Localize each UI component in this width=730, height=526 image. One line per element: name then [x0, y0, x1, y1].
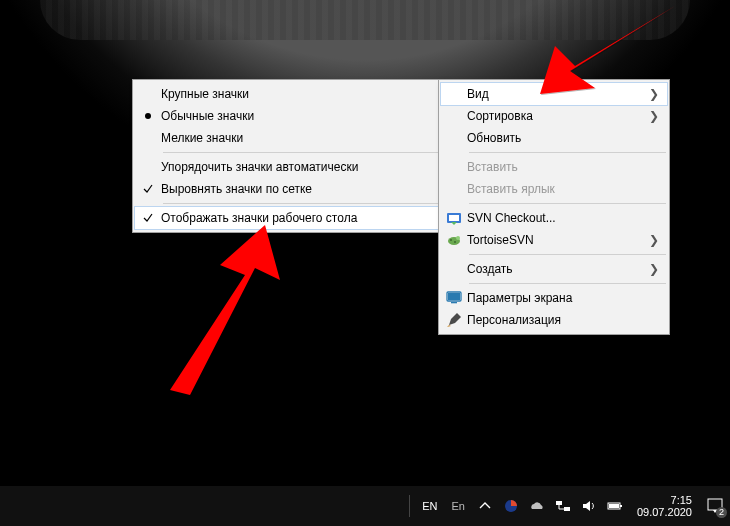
menu-label: Обычные значки: [161, 109, 433, 123]
menu-label: Сортировка: [467, 109, 649, 123]
menu-label: Мелкие значки: [161, 131, 433, 145]
tray-volume-icon[interactable]: [581, 498, 597, 514]
submenu-arrow-icon: ❯: [649, 87, 659, 101]
menu-item-personalize[interactable]: Персонализация: [441, 309, 667, 331]
icon-gutter: [441, 290, 467, 306]
annotation-arrow-bottom: [130, 220, 310, 400]
svg-rect-11: [564, 507, 570, 511]
svg-point-4: [450, 239, 452, 241]
menu-item-small-icons[interactable]: Мелкие значки: [135, 127, 441, 149]
menu-label: Персонализация: [467, 313, 659, 327]
svg-point-3: [456, 236, 460, 240]
svg-rect-13: [620, 505, 622, 507]
menu-item-paste[interactable]: Вставить: [441, 156, 667, 178]
notification-badge: 2: [716, 507, 727, 518]
menu-label: TortoiseSVN: [467, 233, 649, 247]
view-submenu: Крупные значки Обычные значки Мелкие зна…: [132, 79, 444, 233]
menu-separator: [163, 203, 440, 204]
clock-date: 09.07.2020: [637, 506, 692, 518]
taskbar[interactable]: EN En 7:15 09.07.2020 2: [0, 486, 730, 526]
submenu-arrow-icon: ❯: [649, 109, 659, 123]
menu-label: Вставить: [467, 160, 659, 174]
icon-gutter: [441, 232, 467, 248]
menu-item-medium-icons[interactable]: Обычные значки: [135, 105, 441, 127]
svg-rect-1: [449, 215, 459, 221]
menu-item-display-settings[interactable]: Параметры экрана: [441, 287, 667, 309]
menu-item-large-icons[interactable]: Крупные значки: [135, 83, 441, 105]
clock-time: 7:15: [671, 494, 692, 506]
menu-separator: [469, 254, 666, 255]
menu-label: SVN Checkout...: [467, 211, 659, 225]
bullet-icon: [145, 113, 151, 119]
check-icon: [143, 184, 153, 194]
taskbar-clock[interactable]: 7:15 09.07.2020: [633, 494, 696, 518]
icon-gutter: [441, 210, 467, 226]
menu-label: Вид: [467, 87, 649, 101]
svg-rect-7: [448, 293, 460, 300]
personalize-icon: [446, 312, 462, 328]
display-settings-icon: [446, 290, 462, 306]
tortoisesvn-icon: [446, 232, 462, 248]
wallpaper-detail: [40, 0, 690, 40]
menu-label: Упорядочить значки автоматически: [161, 160, 433, 174]
menu-item-view[interactable]: Вид ❯: [441, 83, 667, 105]
menu-separator: [469, 152, 666, 153]
system-tray: EN En 7:15 09.07.2020 2: [409, 486, 730, 526]
menu-label: Крупные значки: [161, 87, 433, 101]
check-gutter: [135, 184, 161, 194]
check-icon: [143, 213, 153, 223]
menu-label: Вставить ярлык: [467, 182, 659, 196]
svg-point-5: [454, 241, 456, 243]
submenu-arrow-icon: ❯: [649, 233, 659, 247]
desktop-context-menu: Вид ❯ Сортировка ❯ Обновить Вставить Вст…: [438, 79, 670, 335]
menu-item-sort[interactable]: Сортировка ❯: [441, 105, 667, 127]
menu-label: Обновить: [467, 131, 659, 145]
tray-chevron-up-icon[interactable]: [477, 498, 493, 514]
svn-checkout-icon: [446, 210, 462, 226]
menu-item-paste-shortcut[interactable]: Вставить ярлык: [441, 178, 667, 200]
menu-item-new[interactable]: Создать ❯: [441, 258, 667, 280]
tray-separator: [409, 495, 410, 517]
menu-label: Отображать значки рабочего стола: [161, 211, 433, 225]
menu-separator: [469, 283, 666, 284]
radio-gutter: [135, 113, 161, 119]
svg-rect-8: [451, 302, 457, 303]
submenu-arrow-icon: ❯: [649, 262, 659, 276]
check-gutter: [135, 213, 161, 223]
icon-gutter: [441, 312, 467, 328]
menu-item-svn-checkout[interactable]: SVN Checkout...: [441, 207, 667, 229]
language-indicator-primary[interactable]: EN: [420, 500, 439, 512]
menu-item-tortoisesvn[interactable]: TortoiseSVN ❯: [441, 229, 667, 251]
menu-item-align-to-grid[interactable]: Выровнять значки по сетке: [135, 178, 441, 200]
desktop-background[interactable]: Крупные значки Обычные значки Мелкие зна…: [0, 0, 730, 526]
menu-separator: [469, 203, 666, 204]
tray-network-icon[interactable]: [555, 498, 571, 514]
tray-onedrive-icon[interactable]: [529, 498, 545, 514]
menu-separator: [163, 152, 440, 153]
menu-label: Выровнять значки по сетке: [161, 182, 433, 196]
action-center-icon[interactable]: 2: [706, 497, 724, 515]
menu-item-auto-arrange[interactable]: Упорядочить значки автоматически: [135, 156, 441, 178]
menu-item-refresh[interactable]: Обновить: [441, 127, 667, 149]
tray-battery-icon[interactable]: [607, 498, 623, 514]
menu-label: Создать: [467, 262, 649, 276]
language-indicator-secondary[interactable]: En: [449, 500, 466, 512]
svg-rect-10: [556, 501, 562, 505]
tray-app-icon[interactable]: [503, 498, 519, 514]
menu-item-show-desktop-icons[interactable]: Отображать значки рабочего стола: [135, 207, 441, 229]
svg-rect-14: [609, 504, 619, 508]
menu-label: Параметры экрана: [467, 291, 659, 305]
